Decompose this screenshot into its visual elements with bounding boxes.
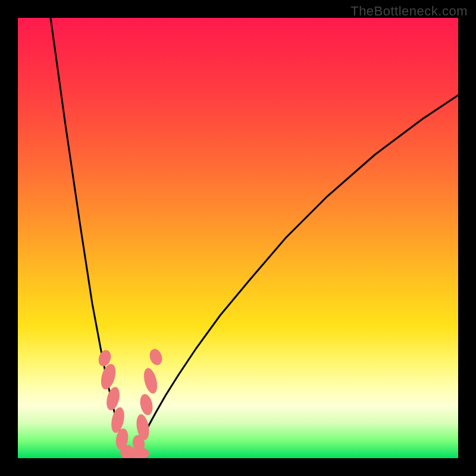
chart-frame: TheBottleneck.com [0, 0, 476, 476]
marker-beads [96, 347, 164, 458]
bead-marker [148, 347, 164, 367]
chart-svg [18, 18, 458, 458]
bead-marker [98, 362, 118, 391]
bead-marker [142, 367, 159, 395]
curve-right-branch [134, 95, 458, 455]
bead-marker [138, 393, 154, 416]
watermark-text: TheBottleneck.com [350, 4, 468, 19]
chart-plot-area [18, 18, 458, 458]
